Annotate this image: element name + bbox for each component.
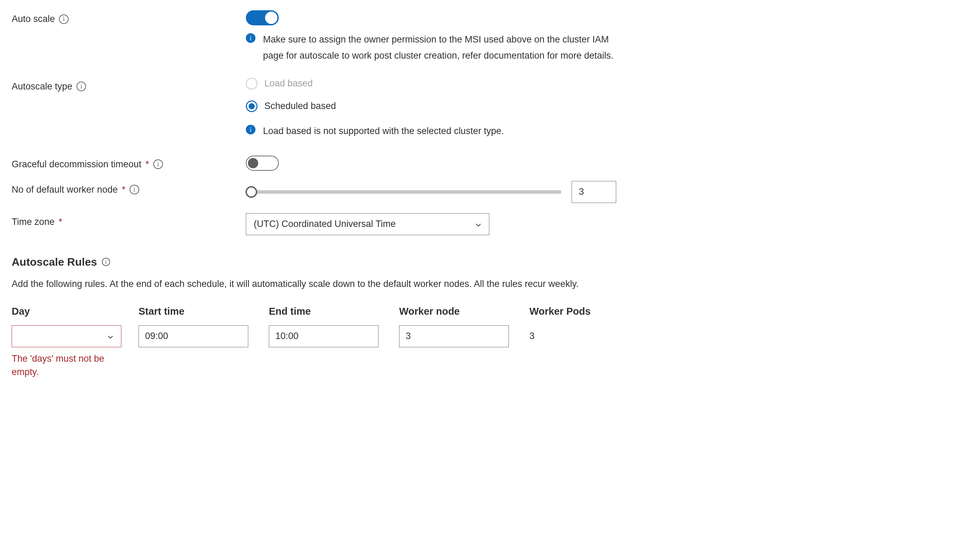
rules-table-header: Day Start time End time Worker node Work… — [12, 306, 980, 325]
graceful-timeout-label-text: Graceful decommission timeout — [12, 159, 141, 170]
info-badge-icon — [246, 33, 255, 43]
default-worker-node-input[interactable] — [572, 181, 616, 203]
rules-table-row: The 'days' must not be empty. 3 — [12, 325, 980, 379]
autoscale-type-load-label: Load based — [265, 78, 313, 89]
col-start-time: Start time — [138, 306, 269, 325]
autoscale-rules-heading-text: Autoscale Rules — [12, 256, 97, 268]
timezone-label: Time zone * — [12, 213, 246, 227]
autoscale-rules-desc: Add the following rules. At the end of e… — [12, 278, 632, 291]
autoscale-type-label-text: Autoscale type — [12, 81, 72, 92]
timezone-label-text: Time zone — [12, 217, 55, 227]
info-icon[interactable] — [153, 159, 163, 169]
default-worker-node-label-text: No of default worker node — [12, 184, 118, 195]
info-icon[interactable] — [59, 14, 69, 24]
col-day: Day — [12, 306, 138, 325]
info-icon[interactable] — [102, 258, 110, 266]
autoscale-type-note: Load based is not supported with the sel… — [246, 123, 504, 139]
autoscale-label-text: Auto scale — [12, 14, 55, 24]
autoscale-rules-heading: Autoscale Rules — [12, 256, 980, 268]
chevron-down-icon — [475, 220, 482, 228]
info-icon[interactable] — [130, 185, 139, 194]
autoscale-info-message: Make sure to assign the owner permission… — [246, 32, 623, 64]
rule-worker-node-input[interactable] — [399, 325, 509, 347]
rule-end-time-input[interactable] — [269, 325, 379, 347]
col-worker-node: Worker node — [399, 306, 529, 325]
default-worker-node-slider[interactable] — [246, 190, 561, 194]
rule-day-error: The 'days' must not be empty. — [12, 352, 121, 379]
autoscale-info-text: Make sure to assign the owner permission… — [263, 32, 623, 64]
default-worker-node-label: No of default worker node * — [12, 181, 246, 195]
autoscale-type-label: Autoscale type — [12, 78, 246, 92]
autoscale-type-scheduled-label: Scheduled based — [265, 101, 336, 111]
rule-day-select[interactable] — [12, 325, 121, 347]
info-icon[interactable] — [77, 82, 86, 91]
autoscale-type-note-text: Load based is not supported with the sel… — [263, 123, 504, 139]
col-worker-pods: Worker Pods — [529, 306, 660, 325]
rule-worker-pods-value: 3 — [529, 325, 653, 342]
graceful-timeout-label: Graceful decommission timeout * — [12, 156, 246, 170]
timezone-select[interactable]: (UTC) Coordinated Universal Time — [246, 213, 489, 235]
timezone-value: (UTC) Coordinated Universal Time — [254, 219, 396, 229]
info-badge-icon — [246, 125, 255, 135]
col-end-time: End time — [269, 306, 399, 325]
graceful-timeout-toggle[interactable] — [246, 156, 279, 171]
chevron-down-icon — [107, 332, 114, 340]
autoscale-type-load-based-radio: Load based — [246, 78, 504, 90]
rule-start-time-input[interactable] — [138, 325, 248, 347]
autoscale-label: Auto scale — [12, 10, 246, 24]
autoscale-type-scheduled-radio[interactable]: Scheduled based — [246, 101, 504, 112]
autoscale-toggle[interactable] — [246, 10, 279, 26]
